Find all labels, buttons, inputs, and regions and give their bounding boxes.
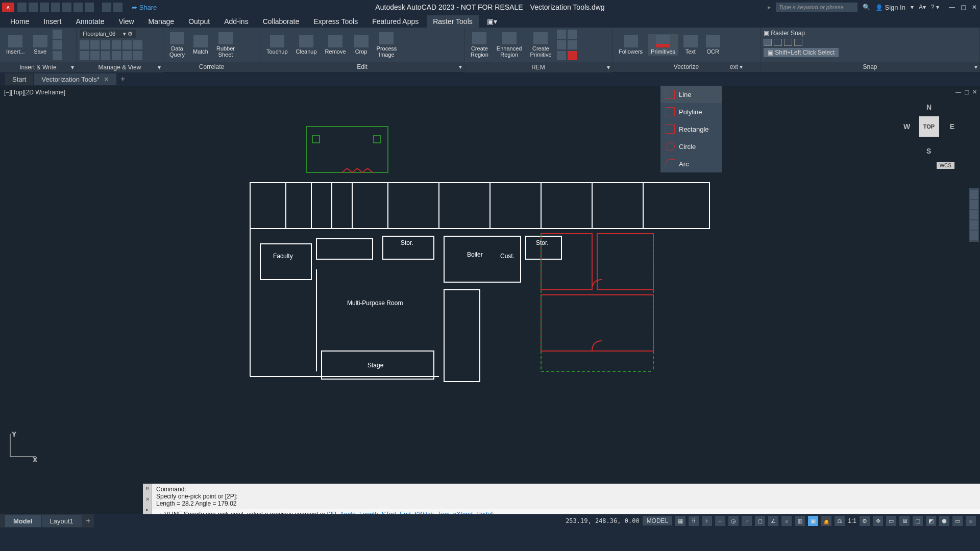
tab-active-file[interactable]: Vectorization Tools*✕ bbox=[34, 73, 116, 85]
rem-s4[interactable] bbox=[568, 40, 577, 49]
osnap-icon[interactable]: ◻ bbox=[755, 516, 765, 526]
data-query-button[interactable]: Data Query bbox=[166, 31, 188, 59]
cycling-icon[interactable]: ▣ bbox=[808, 516, 818, 526]
rem-s2[interactable] bbox=[568, 30, 577, 39]
mv-6[interactable] bbox=[133, 40, 142, 49]
navcube-s[interactable]: S bbox=[926, 147, 931, 155]
ortho-icon[interactable]: ⌐ bbox=[715, 516, 725, 526]
qat-undo-icon[interactable] bbox=[102, 3, 111, 12]
menu-collaborate[interactable]: Collaborate bbox=[257, 15, 306, 28]
snap-mode-1[interactable] bbox=[764, 39, 772, 46]
nav-showmotion-icon[interactable] bbox=[970, 231, 978, 240]
otrack-icon[interactable]: ∠ bbox=[768, 516, 778, 526]
menu-raster-tools[interactable]: Raster Tools bbox=[427, 15, 479, 28]
layout-layout1[interactable]: Layout1 bbox=[42, 515, 82, 527]
command-history[interactable]: Command: Specify one-pick point or [2P]:… bbox=[152, 484, 980, 509]
primitive-arc[interactable]: Arc bbox=[660, 155, 722, 172]
process-image-button[interactable]: Process Image bbox=[374, 31, 400, 59]
layout-model[interactable]: Model bbox=[5, 515, 41, 527]
layer-combo[interactable]: Floorplan_06▾ ⚙ bbox=[80, 30, 136, 38]
workspace-icon[interactable]: ✥ bbox=[873, 516, 883, 526]
mv-5[interactable] bbox=[122, 40, 132, 49]
menu-manage[interactable]: Manage bbox=[142, 15, 181, 28]
menu-annotate[interactable]: Annotate bbox=[69, 15, 110, 28]
maximize-button[interactable]: ▢ bbox=[960, 4, 967, 11]
qat-web-icon[interactable] bbox=[62, 3, 71, 12]
mv-1[interactable] bbox=[80, 40, 89, 49]
nav-pan-icon[interactable] bbox=[970, 200, 978, 209]
snap-mode-2[interactable] bbox=[774, 39, 782, 46]
signin-button[interactable]: 👤 Sign In bbox=[875, 4, 905, 11]
quickprops-icon[interactable]: ▢ bbox=[913, 516, 923, 526]
hardware-icon[interactable]: ⬣ bbox=[939, 516, 949, 526]
match-button[interactable]: Match bbox=[190, 34, 211, 56]
scale-display[interactable]: 1:1 bbox=[848, 517, 856, 524]
primitive-rectangle[interactable]: Rectangle bbox=[660, 120, 722, 138]
qat-save-icon[interactable] bbox=[40, 3, 49, 12]
model-space-toggle[interactable]: MODEL bbox=[643, 516, 673, 525]
raster-snap-toggle[interactable]: ▣ Raster Snap bbox=[764, 30, 805, 37]
menu-extra-icon[interactable]: ▣▾ bbox=[481, 15, 503, 28]
rubber-sheet-button[interactable]: Rubber Sheet bbox=[213, 31, 238, 59]
minimize-button[interactable]: — bbox=[948, 4, 955, 11]
menu-insert[interactable]: Insert bbox=[37, 15, 67, 28]
primitives-button[interactable]: Primitives bbox=[648, 34, 678, 56]
rem-s5[interactable] bbox=[557, 51, 566, 60]
nav-zoom-icon[interactable] bbox=[970, 210, 978, 219]
mv-12[interactable] bbox=[133, 51, 142, 60]
snap-mode-3[interactable] bbox=[784, 39, 792, 46]
vp-maximize-icon[interactable]: ▢ bbox=[964, 89, 969, 95]
touchup-button[interactable]: Touchup bbox=[263, 34, 291, 56]
crop-button[interactable]: Crop bbox=[351, 34, 372, 56]
grid-icon[interactable]: ▦ bbox=[675, 516, 685, 526]
mv-10[interactable] bbox=[112, 51, 121, 60]
nav-fullnav-icon[interactable] bbox=[970, 190, 978, 199]
mv-8[interactable] bbox=[90, 51, 100, 60]
mv-9[interactable] bbox=[101, 51, 110, 60]
menu-output[interactable]: Output bbox=[182, 15, 216, 28]
wcs-badge[interactable]: WCS bbox=[937, 162, 954, 169]
iw-small-3[interactable] bbox=[53, 51, 62, 60]
annoscale-icon[interactable]: ⚖ bbox=[835, 516, 845, 526]
menu-addins[interactable]: Add-ins bbox=[218, 15, 254, 28]
mv-11[interactable] bbox=[122, 51, 132, 60]
tab-add-button[interactable]: + bbox=[117, 74, 129, 84]
rem-color-swatch[interactable] bbox=[568, 51, 577, 60]
cmd-handle[interactable]: ⠿✕▸ bbox=[143, 484, 152, 514]
enhanced-region-button[interactable]: Enhanced Region bbox=[494, 31, 525, 59]
share-button[interactable]: ➦ Share bbox=[132, 4, 157, 11]
snap-mode-4[interactable] bbox=[794, 39, 802, 46]
annomon-icon[interactable]: 🙍 bbox=[821, 516, 831, 526]
infer-icon[interactable]: ⊦ bbox=[702, 516, 712, 526]
text-button[interactable]: Text bbox=[680, 34, 701, 56]
snap-icon[interactable]: ⠿ bbox=[689, 516, 699, 526]
units-icon[interactable]: 🖥 bbox=[899, 516, 910, 526]
insert-button[interactable]: Insert... bbox=[3, 34, 28, 56]
gear-icon[interactable]: ⚙ bbox=[860, 516, 870, 526]
search-input[interactable]: Type a keyword or phrase bbox=[776, 3, 857, 12]
qat-plot-icon[interactable] bbox=[74, 3, 83, 12]
primitive-circle[interactable]: Circle bbox=[660, 138, 722, 155]
menu-view[interactable]: View bbox=[112, 15, 140, 28]
menu-express-tools[interactable]: Express Tools bbox=[307, 15, 364, 28]
ucs-icon[interactable]: Y X bbox=[5, 431, 41, 463]
qat-redo-icon[interactable] bbox=[113, 3, 122, 12]
monitor-icon[interactable]: ▭ bbox=[886, 516, 896, 526]
cleanup-button[interactable]: Cleanup bbox=[293, 34, 320, 56]
save-button[interactable]: Save bbox=[30, 34, 51, 56]
iso-icon[interactable]: ⟋ bbox=[742, 516, 752, 526]
mv-2[interactable] bbox=[90, 40, 100, 49]
app-icon[interactable]: A bbox=[2, 3, 14, 12]
close-button[interactable]: ✕ bbox=[971, 4, 978, 11]
menu-featured-apps[interactable]: Featured Apps bbox=[366, 15, 425, 28]
remove-button[interactable]: Remove bbox=[322, 34, 349, 56]
create-primitive-button[interactable]: Create Primitive bbox=[527, 31, 554, 59]
viewport-label[interactable]: [–][Top][2D Wireframe] bbox=[4, 89, 65, 96]
vp-minimize-icon[interactable]: — bbox=[955, 89, 961, 95]
tab-close-icon[interactable]: ✕ bbox=[104, 76, 109, 83]
rem-s3[interactable] bbox=[557, 40, 566, 49]
help-icon[interactable]: ? ▾ bbox=[931, 4, 939, 11]
followers-button[interactable]: Followers bbox=[616, 34, 646, 56]
create-region-button[interactable]: Create Region bbox=[468, 31, 492, 59]
panel-insert-write[interactable]: Insert & Write▾ bbox=[0, 62, 76, 72]
